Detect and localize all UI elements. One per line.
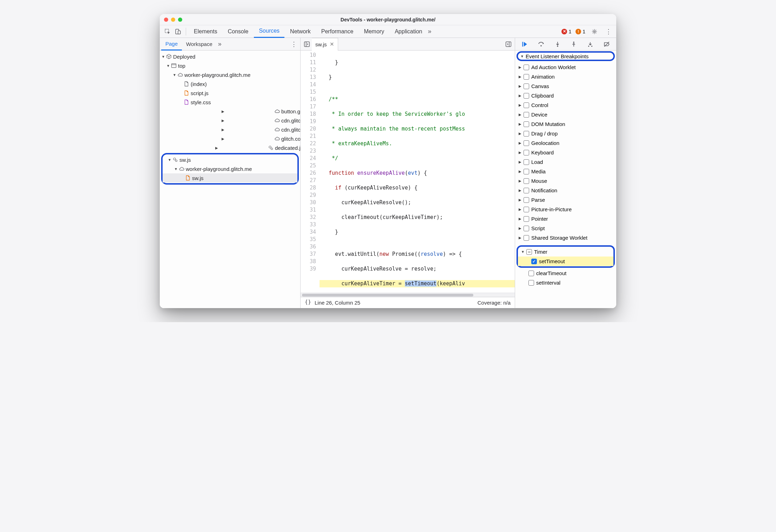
checkbox-icon[interactable] xyxy=(524,131,529,137)
checkbox-icon[interactable] xyxy=(524,188,529,193)
bp-category-row[interactable]: Control xyxy=(515,100,616,110)
bp-item-cleartimeout[interactable]: clearTimeout xyxy=(515,268,616,278)
coverage-status: Coverage: n/a xyxy=(478,300,511,306)
bp-category-row[interactable]: Notification xyxy=(515,186,616,195)
checkbox-icon[interactable] xyxy=(524,178,529,184)
bp-cat-timer[interactable]: Timer xyxy=(518,247,613,257)
cursor-position: Line 26, Column 25 xyxy=(315,300,360,306)
bp-category-row[interactable]: Drag / drop xyxy=(515,129,616,138)
bp-category-row[interactable]: Mouse xyxy=(515,176,616,186)
inspect-icon[interactable] xyxy=(163,27,172,36)
bp-category-row[interactable]: Parse xyxy=(515,195,616,205)
bp-category-row[interactable]: Media xyxy=(515,167,616,176)
bp-category-row[interactable]: Shared Storage Worklet xyxy=(515,233,616,242)
checkbox-icon[interactable] xyxy=(524,197,529,203)
tab-performance[interactable]: Performance xyxy=(316,25,359,38)
bp-category-row[interactable]: Ad Auction Worklet xyxy=(515,62,616,72)
bp-category-row[interactable]: Keyboard xyxy=(515,148,616,157)
window-icon xyxy=(170,63,177,68)
deactivate-breakpoints-icon[interactable] xyxy=(602,39,612,49)
tab-console[interactable]: Console xyxy=(223,25,254,38)
bp-item-setinterval[interactable]: setInterval xyxy=(515,278,616,287)
kebab-icon[interactable]: ⋮ xyxy=(604,27,613,36)
checkbox-icon[interactable] xyxy=(524,235,529,241)
checkbox-icon[interactable] xyxy=(524,84,529,89)
tab-memory[interactable]: Memory xyxy=(359,25,389,38)
nav-more-tabs-icon[interactable]: » xyxy=(218,40,222,48)
bp-category-row[interactable]: Picture-in-Picture xyxy=(515,205,616,214)
checkbox-icon[interactable] xyxy=(524,216,529,222)
nav-tab-workspace[interactable]: Workspace xyxy=(182,38,217,51)
step-over-icon[interactable] xyxy=(536,39,546,49)
tree-sw-top[interactable]: sw.js xyxy=(163,155,297,164)
pretty-print-icon[interactable] xyxy=(305,299,311,306)
bp-category-row[interactable]: Script xyxy=(515,224,616,233)
checkbox-icon[interactable] xyxy=(528,280,534,286)
event-listener-breakpoints-header[interactable]: Event Listener Breakpoints xyxy=(517,51,615,61)
checkbox-icon[interactable] xyxy=(524,159,529,165)
checkbox-icon[interactable] xyxy=(526,249,532,255)
nav-tab-page[interactable]: Page xyxy=(161,38,182,51)
error-count[interactable]: ✕1 xyxy=(561,29,571,34)
bp-item-settimeout[interactable]: setTimeout xyxy=(518,257,613,266)
tree-style[interactable]: style.css xyxy=(160,98,300,107)
bp-category-row[interactable]: Canvas xyxy=(515,81,616,91)
checkbox-icon[interactable] xyxy=(524,65,529,70)
tab-elements[interactable]: Elements xyxy=(189,25,222,38)
checkbox-icon[interactable] xyxy=(528,271,534,276)
tree-domain[interactable]: worker-playground.glitch.me xyxy=(160,70,300,79)
collapse-debugger-icon[interactable] xyxy=(504,39,513,49)
tree-index[interactable]: (index) xyxy=(160,79,300,88)
tree-button-domain[interactable]: button.glitch.me xyxy=(160,107,300,116)
tree-top[interactable]: top xyxy=(160,61,300,70)
bp-category-row[interactable]: Pointer xyxy=(515,214,616,224)
tree-deployed[interactable]: Deployed xyxy=(160,52,300,61)
maximize-icon[interactable] xyxy=(178,18,182,22)
tree-sw-domain[interactable]: worker-playground.glitch.me xyxy=(163,164,297,173)
checkbox-icon[interactable] xyxy=(524,226,529,231)
checkbox-icon[interactable] xyxy=(531,259,537,264)
tree-cdn-com[interactable]: cdn.glitch.com xyxy=(160,116,300,125)
checkbox-icon[interactable] xyxy=(524,74,529,80)
tree-cdn-me[interactable]: cdn.glitch.me xyxy=(160,125,300,134)
file-tab-sw[interactable]: sw.js ✕ xyxy=(312,38,338,51)
checkbox-icon[interactable] xyxy=(524,93,529,99)
checkbox-icon[interactable] xyxy=(524,140,529,146)
minimize-icon[interactable] xyxy=(171,18,175,22)
close-icon[interactable] xyxy=(164,18,168,22)
bp-category-row[interactable]: Device xyxy=(515,110,616,119)
tab-application[interactable]: Application xyxy=(390,25,427,38)
collapse-nav-icon[interactable] xyxy=(302,39,312,49)
tree-glitch-com[interactable]: glitch.com xyxy=(160,134,300,143)
checkbox-icon[interactable] xyxy=(524,102,529,108)
bp-category-row[interactable]: Geolocation xyxy=(515,138,616,148)
code-editor[interactable]: 1011121314151617181920212223242526272829… xyxy=(301,51,515,293)
checkbox-icon[interactable] xyxy=(524,150,529,155)
checkbox-icon[interactable] xyxy=(524,207,529,212)
window-title: DevTools - worker-playground.glitch.me/ xyxy=(160,17,616,22)
checkbox-icon[interactable] xyxy=(524,112,529,118)
tree-dedicated[interactable]: dedicated.js xyxy=(160,143,300,152)
warn-count[interactable]: !1 xyxy=(576,29,585,34)
editor-hscroll[interactable] xyxy=(301,293,515,297)
bp-category-row[interactable]: Load xyxy=(515,157,616,167)
section-title: Event Listener Breakpoints xyxy=(526,53,588,59)
checkbox-icon[interactable] xyxy=(524,121,529,127)
bp-category-row[interactable]: Clipboard xyxy=(515,91,616,100)
step-out-icon[interactable] xyxy=(569,39,579,49)
tree-script[interactable]: script.js xyxy=(160,88,300,98)
close-icon[interactable]: ✕ xyxy=(330,41,334,47)
checkbox-icon[interactable] xyxy=(524,169,529,174)
step-icon[interactable] xyxy=(585,39,595,49)
bp-category-row[interactable]: DOM Mutation xyxy=(515,119,616,129)
more-tabs-icon[interactable]: » xyxy=(428,28,431,35)
gear-icon[interactable] xyxy=(590,27,599,36)
tree-sw-file[interactable]: sw.js xyxy=(163,173,297,182)
tab-network[interactable]: Network xyxy=(285,25,316,38)
bp-category-row[interactable]: Animation xyxy=(515,72,616,81)
resume-icon[interactable] xyxy=(520,39,530,49)
tab-sources[interactable]: Sources xyxy=(254,25,284,38)
nav-kebab-icon[interactable]: ⋮ xyxy=(289,40,299,48)
device-toggle-icon[interactable] xyxy=(173,27,183,36)
step-into-icon[interactable] xyxy=(553,39,563,49)
